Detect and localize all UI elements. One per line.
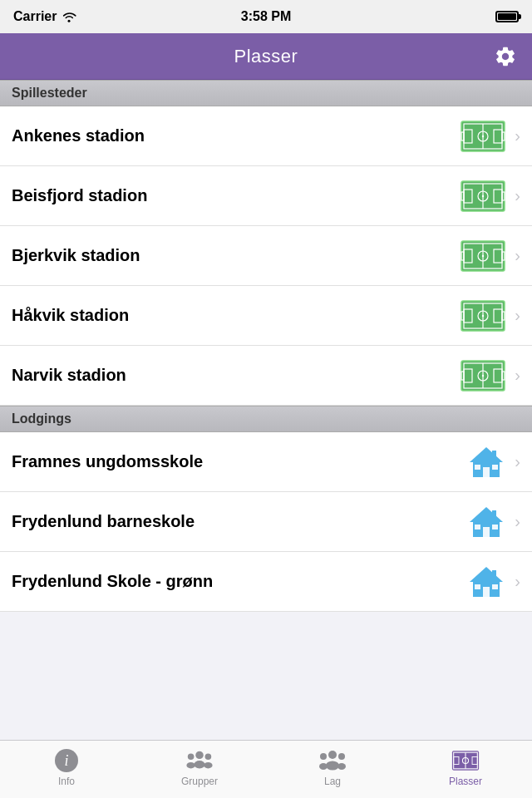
svg-rect-55 xyxy=(475,525,480,530)
item-label-beisfjord: Beisfjord stadion xyxy=(12,186,460,205)
svg-marker-45 xyxy=(470,447,503,462)
svg-point-70 xyxy=(204,762,212,769)
grupper-icon xyxy=(185,749,214,772)
chevron-icon: › xyxy=(515,366,520,385)
svg-rect-52 xyxy=(492,510,496,517)
tab-plasser[interactable]: Plasser xyxy=(399,741,532,798)
chevron-icon: › xyxy=(515,246,520,265)
list-item-hakvik[interactable]: Håkvik stadion xyxy=(0,286,532,346)
item-icon-area-narvik: › xyxy=(460,359,520,392)
carrier-text: Carrier xyxy=(13,9,57,24)
svg-point-22 xyxy=(482,254,484,256)
item-label-framnes: Framnes ungdomsskole xyxy=(12,452,466,471)
chevron-icon: › xyxy=(515,572,520,591)
item-icon-area-hakvik: › xyxy=(460,299,520,332)
svg-marker-51 xyxy=(470,507,503,522)
svg-rect-61 xyxy=(475,584,480,589)
svg-rect-46 xyxy=(492,451,496,457)
battery-area xyxy=(495,11,519,22)
item-icon-area-framnes: › xyxy=(466,442,520,482)
svg-rect-49 xyxy=(475,465,480,470)
svg-point-73 xyxy=(320,753,327,760)
house-icon xyxy=(466,442,506,482)
section-header-lodgings: Lodgings xyxy=(0,406,532,432)
carrier-wifi: Carrier xyxy=(13,9,76,24)
svg-rect-56 xyxy=(492,525,498,530)
field-icon xyxy=(460,239,506,273)
field-icon xyxy=(460,299,506,332)
chevron-icon: › xyxy=(515,126,520,145)
svg-rect-58 xyxy=(492,570,496,577)
list-container: SpillestederAnkenes stadion xyxy=(0,80,532,740)
info-icon: i xyxy=(53,747,80,774)
tab-icon-info: i xyxy=(52,748,81,773)
svg-point-13 xyxy=(482,195,484,196)
tab-grupper[interactable]: Grupper xyxy=(133,741,266,798)
tab-info[interactable]: i Info xyxy=(0,741,133,798)
tab-label-grupper: Grupper xyxy=(181,776,218,787)
svg-point-76 xyxy=(337,763,346,770)
svg-point-66 xyxy=(194,761,204,768)
svg-rect-60 xyxy=(483,587,490,597)
status-time: 3:58 PM xyxy=(241,9,291,24)
lag-icon xyxy=(318,749,347,772)
list-item-ankenes[interactable]: Ankenes stadion xyxy=(0,106,532,166)
settings-button[interactable] xyxy=(492,43,519,70)
item-label-frydenlund-skole-gronn: Frydenlund Skole - grønn xyxy=(12,572,466,591)
item-label-ankenes: Ankenes stadion xyxy=(12,126,460,145)
item-icon-area-ankenes: › xyxy=(460,120,520,153)
svg-point-40 xyxy=(482,374,484,376)
svg-rect-48 xyxy=(483,467,490,477)
tab-label-lag: Lag xyxy=(324,776,341,787)
svg-rect-62 xyxy=(492,584,498,589)
tab-label-info: Info xyxy=(58,776,75,787)
list-item-beisfjord[interactable]: Beisfjord stadion xyxy=(0,166,532,226)
field-icon xyxy=(460,359,506,392)
item-label-hakvik: Håkvik stadion xyxy=(12,306,460,325)
tab-label-plasser: Plasser xyxy=(449,776,482,787)
list-item-narvik[interactable]: Narvik stadion xyxy=(0,346,532,406)
item-label-bjerkvik: Bjerkvik stadion xyxy=(12,246,460,265)
svg-point-69 xyxy=(205,754,212,761)
list-item-frydenlund-barneskole[interactable]: Frydenlund barneskole › xyxy=(0,492,532,552)
svg-rect-54 xyxy=(483,527,490,537)
item-icon-area-bjerkvik: › xyxy=(460,239,520,273)
tab-lag[interactable]: Lag xyxy=(266,741,399,798)
tab-icon-plasser xyxy=(451,748,480,773)
chevron-icon: › xyxy=(515,512,520,531)
field-icon xyxy=(460,180,506,213)
svg-text:i: i xyxy=(64,752,68,769)
field-icon xyxy=(460,120,506,153)
svg-point-74 xyxy=(319,763,328,770)
svg-marker-57 xyxy=(470,567,503,582)
nav-title: Plasser xyxy=(234,46,298,67)
house-icon xyxy=(466,502,506,542)
plasser-field-icon xyxy=(451,749,480,772)
chevron-icon: › xyxy=(515,452,520,471)
chevron-icon: › xyxy=(515,186,520,205)
battery-icon xyxy=(495,11,519,22)
tab-bar: i Info Grupper Lag xyxy=(0,740,532,798)
tab-icon-grupper xyxy=(185,748,214,773)
svg-point-65 xyxy=(195,751,203,759)
house-icon xyxy=(466,562,506,602)
svg-point-4 xyxy=(482,135,484,136)
svg-rect-50 xyxy=(492,465,498,470)
item-label-frydenlund-barneskole: Frydenlund barneskole xyxy=(12,512,466,531)
nav-bar: Plasser xyxy=(0,33,532,80)
item-icon-area-beisfjord: › xyxy=(460,180,520,213)
gear-icon xyxy=(494,45,517,68)
item-label-narvik: Narvik stadion xyxy=(12,366,460,385)
svg-point-67 xyxy=(188,754,195,761)
status-bar: Carrier 3:58 PM xyxy=(0,0,532,33)
svg-point-75 xyxy=(338,753,345,760)
list-item-framnes[interactable]: Framnes ungdomsskole › xyxy=(0,432,532,492)
item-icon-area-frydenlund-skole-gronn: › xyxy=(466,562,520,602)
section-header-spillesteder: Spillesteder xyxy=(0,80,532,106)
chevron-icon: › xyxy=(515,306,520,325)
svg-point-72 xyxy=(326,761,339,771)
item-icon-area-frydenlund-barneskole: › xyxy=(466,502,520,542)
svg-point-71 xyxy=(328,751,337,759)
list-item-frydenlund-skole-gronn[interactable]: Frydenlund Skole - grønn › xyxy=(0,552,532,612)
list-item-bjerkvik[interactable]: Bjerkvik stadion xyxy=(0,226,532,286)
